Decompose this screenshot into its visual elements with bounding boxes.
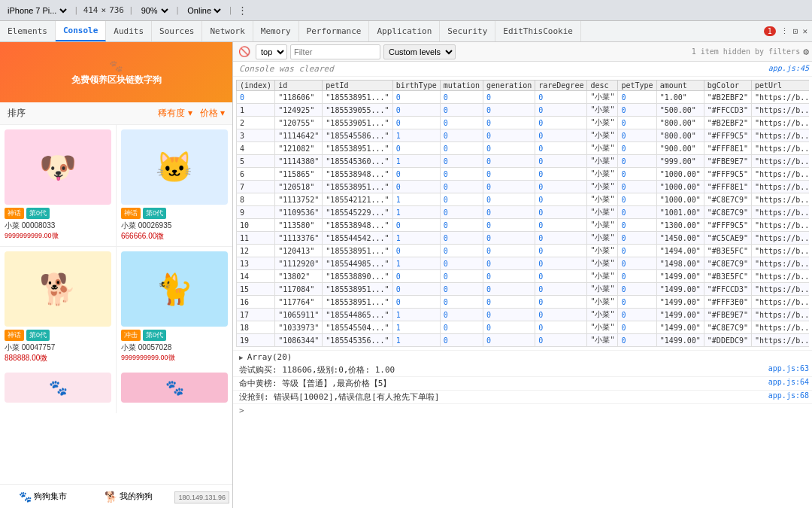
tab-editthiscookie[interactable]: EditThisCookie xyxy=(495,21,581,41)
table-cell-19-10: "#DDEDC9" xyxy=(704,334,751,347)
device-select[interactable]: iPhone 7 Pi... xyxy=(5,5,69,16)
table-row: 6"115865""185538948..."0000"小菜"0"1000.00… xyxy=(237,168,810,181)
table-cell-8-9: "1000.00" xyxy=(656,193,704,206)
table-cell-3-9: "800.00" xyxy=(656,129,704,142)
cleared-src[interactable]: app.js:45 xyxy=(761,64,809,72)
tab-console[interactable]: Console xyxy=(56,21,106,41)
table-cell-15-0: 15 xyxy=(237,283,275,296)
tab-elements[interactable]: Elements xyxy=(0,21,56,41)
my-pets-button[interactable]: 🐕 我的狗狗 xyxy=(86,491,171,503)
table-cell-8-3: 1 xyxy=(392,193,440,206)
table-cell-13-9: "1498.00" xyxy=(656,257,704,270)
table-cell-0-9: "1.00" xyxy=(656,91,704,104)
undock-icon[interactable]: ⊡ xyxy=(793,26,798,36)
table-cell-2-2: "185539051..." xyxy=(323,117,392,129)
table-cell-8-4: 0 xyxy=(440,193,483,206)
separator2: | xyxy=(129,5,134,15)
price-label[interactable]: 价格 ▾ xyxy=(200,107,225,120)
pet-badges-2: 神话 第0代 xyxy=(5,330,111,341)
hidden-by-filters-text: 1 item hidden by filters xyxy=(692,47,801,56)
table-cell-18-1: "1033973" xyxy=(275,321,323,334)
market-button[interactable]: 🐾 狗狗集市 xyxy=(0,491,86,503)
tab-security[interactable]: Security xyxy=(440,21,495,41)
console-line-1-src[interactable]: app.js:63 xyxy=(761,364,809,373)
console-line-2-src[interactable]: app.js:64 xyxy=(761,378,809,386)
table-cell-11-8: 0 xyxy=(618,232,656,245)
phone-preview-panel: 🐾 免费领养区块链数字狗 排序 稀有度 ▾ 价格 ▾ 🐶 xyxy=(0,42,233,508)
table-cell-9-3: 1 xyxy=(392,206,440,219)
table-cell-8-7: "小菜" xyxy=(587,193,618,206)
table-cell-3-1: "1114642" xyxy=(275,129,323,142)
console-prompt[interactable] xyxy=(233,404,812,417)
filter-input[interactable] xyxy=(290,44,380,59)
console-settings-icon[interactable]: ⚙ xyxy=(803,46,809,57)
table-cell-4-5: 0 xyxy=(483,142,535,155)
table-cell-8-6: 0 xyxy=(535,193,587,206)
table-cell-19-0: 19 xyxy=(237,334,275,347)
console-line-3-src[interactable]: app.js:68 xyxy=(761,391,809,400)
table-cell-15-2: "185538951..." xyxy=(323,283,392,296)
array-expandable[interactable]: Array(20) xyxy=(233,351,812,364)
table-cell-12-9: "1494.00" xyxy=(656,245,704,257)
table-cell-10-7: "小菜" xyxy=(587,219,618,232)
table-cell-9-11: "https://b..." xyxy=(752,206,809,219)
close-devtools-icon[interactable]: ✕ xyxy=(802,26,807,36)
table-cell-14-10: "#B3E5FC" xyxy=(704,270,751,283)
table-cell-14-1: "13802" xyxy=(275,270,323,283)
table-cell-14-8: 0 xyxy=(618,270,656,283)
table-cell-0-5: 0 xyxy=(483,91,535,104)
table-cell-9-4: 0 xyxy=(440,206,483,219)
zoom-select[interactable]: 90% xyxy=(138,5,171,16)
rarity-label[interactable]: 稀有度 ▾ xyxy=(158,107,192,120)
table-cell-1-1: "124925" xyxy=(275,104,323,117)
pet-card-2[interactable]: 🐕 神话 第0代 小菜 00047757 888888.00微 xyxy=(0,247,116,368)
table-cell-14-0: 14 xyxy=(237,270,275,283)
table-cell-4-1: "121082" xyxy=(275,142,323,155)
more-icon[interactable]: ⋮ xyxy=(238,5,247,16)
table-row: 14"13802""185538890..."0000"小菜"0"1499.00… xyxy=(237,270,810,283)
table-cell-14-6: 0 xyxy=(535,270,587,283)
console-cleared-line: Console was cleared app.js:45 xyxy=(233,63,812,77)
table-cell-12-7: "小菜" xyxy=(587,245,618,257)
table-cell-18-3: 1 xyxy=(392,321,440,334)
table-cell-12-8: 0 xyxy=(618,245,656,257)
pet-card-4[interactable]: 🐾 xyxy=(0,368,116,413)
table-cell-6-3: 0 xyxy=(392,168,440,181)
tab-network[interactable]: Network xyxy=(202,21,253,41)
pet-card-3[interactable]: 🐈 冲击 第0代 小菜 00057028 9999999999.00微 xyxy=(117,247,232,368)
table-cell-19-1: "1086344" xyxy=(275,334,323,347)
table-row: 10"113580""185538948..."0000"小菜"0"1300.0… xyxy=(237,219,810,232)
console-toolbar: 🚫 top Custom levels 1 item hidden by fil… xyxy=(233,42,812,62)
devtools-right-icons: 1 ⋮ ⊡ ✕ xyxy=(758,26,812,36)
pet-card-0[interactable]: 🐶 神话 第0代 小菜 00008033 9999999999.00微 xyxy=(0,125,116,246)
console-output: Console was cleared app.js:45 (index)idp… xyxy=(233,62,812,508)
table-cell-6-9: "1000.00" xyxy=(656,168,704,181)
table-cell-9-2: "185545229..." xyxy=(323,206,392,219)
tab-application[interactable]: Application xyxy=(369,21,440,41)
table-cell-18-9: "1499.00" xyxy=(656,321,704,334)
log-level-select[interactable]: Custom levels xyxy=(383,44,456,59)
pet-card-5[interactable]: 🐾 xyxy=(117,368,232,413)
tab-performance[interactable]: Performance xyxy=(299,21,370,41)
tab-sources[interactable]: Sources xyxy=(152,21,202,41)
network-select[interactable]: Online xyxy=(184,5,223,16)
table-cell-1-7: "小菜" xyxy=(587,104,618,117)
pet-price-2: 888888.00微 xyxy=(5,353,111,364)
table-cell-10-3: 0 xyxy=(392,219,440,232)
table-cell-10-6: 0 xyxy=(535,219,587,232)
sort-label[interactable]: 排序 xyxy=(8,107,26,120)
table-cell-9-8: 0 xyxy=(618,206,656,219)
table-row: 0"118606""185538951..."0000"小菜"0"1.00""#… xyxy=(237,91,810,104)
table-cell-16-3: 0 xyxy=(392,296,440,309)
tab-memory[interactable]: Memory xyxy=(253,21,299,41)
table-cell-4-0: 4 xyxy=(237,142,275,155)
table-cell-2-10: "#B2EBF2" xyxy=(704,117,751,129)
clear-console-button[interactable]: 🚫 xyxy=(236,46,253,57)
pet-card-1[interactable]: 🐱 神话 第0代 小菜 00026935 666666.00微 xyxy=(117,125,232,246)
table-cell-2-6: 0 xyxy=(535,117,587,129)
table-cell-15-6: 0 xyxy=(535,283,587,296)
context-select[interactable]: top xyxy=(256,44,287,59)
more-devtools-icon[interactable]: ⋮ xyxy=(780,26,789,36)
table-header-petType: petType xyxy=(618,81,656,91)
tab-audits[interactable]: Audits xyxy=(106,21,152,41)
